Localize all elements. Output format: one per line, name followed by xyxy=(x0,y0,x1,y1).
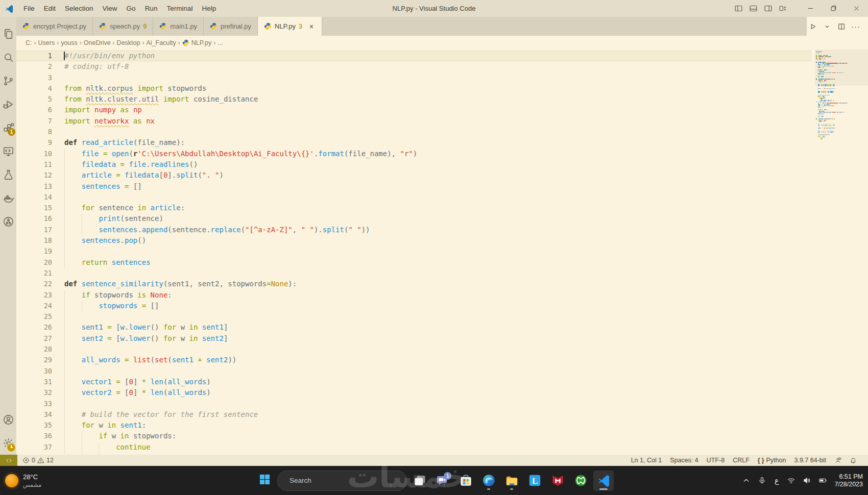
taskbar-vscode[interactable] xyxy=(593,471,614,491)
tab-speech-py[interactable]: speech.py9 xyxy=(93,17,153,36)
code-line[interactable]: 31 vector1 = [0] * len(all_words) xyxy=(16,377,812,387)
layout-panel-icon[interactable] xyxy=(746,2,760,15)
remote-indicator[interactable] xyxy=(0,455,17,466)
tab-nlp-py[interactable]: NLP.py3× xyxy=(258,17,322,36)
code-line[interactable]: 6import numpy as np xyxy=(16,105,812,115)
activity-testing[interactable] xyxy=(0,163,16,186)
code-line[interactable]: 5from nltk.cluster.util import cosine_di… xyxy=(16,94,812,105)
more-actions-button[interactable]: ··· xyxy=(850,20,862,33)
menu-edit[interactable]: Edit xyxy=(39,0,60,17)
status-indentation[interactable]: Spaces: 4 xyxy=(666,457,703,464)
menu-view[interactable]: View xyxy=(98,0,122,17)
taskbar-store[interactable] xyxy=(455,471,476,491)
mic-icon[interactable] xyxy=(758,476,766,485)
code-editor[interactable]: 1#!/usr/bin/env python2# coding: utf-834… xyxy=(16,50,868,455)
taskbar-mcafee[interactable] xyxy=(547,471,568,491)
code-line[interactable]: 25 xyxy=(16,311,812,322)
breadcrumb-item[interactable]: youss xyxy=(61,39,78,46)
layout-sidebar-right-icon[interactable] xyxy=(761,2,775,15)
code-line[interactable]: 27 sent2 = [w.lower() for w in sent2] xyxy=(16,333,812,344)
code-line[interactable]: 36 if w in stopwords: xyxy=(16,431,812,441)
minimap[interactable] xyxy=(816,50,861,140)
activity-extensions[interactable]: 1 xyxy=(0,116,16,139)
activity-source-control[interactable] xyxy=(0,69,16,92)
activity-gitlens[interactable] xyxy=(0,210,16,233)
menu-help[interactable]: Help xyxy=(197,0,221,17)
status-notifications[interactable] xyxy=(846,457,861,464)
breadcrumb-item[interactable]: C: xyxy=(26,39,32,46)
battery-icon[interactable] xyxy=(818,476,827,485)
code-line[interactable]: 28 xyxy=(16,344,812,355)
weather-widget[interactable]: 28°C مشمس xyxy=(5,473,41,488)
code-line[interactable]: 14 xyxy=(16,192,812,203)
code-line[interactable]: 18 sentences.pop() xyxy=(16,235,812,246)
tab-encrypt-project-py[interactable]: encrypt Project.py xyxy=(16,17,93,36)
code-line[interactable]: 23 if stopwords is None: xyxy=(16,290,812,301)
breadcrumb-item[interactable]: Users xyxy=(38,39,55,46)
breadcrumb-item[interactable]: Ai_Faculty xyxy=(146,39,176,46)
close-button[interactable] xyxy=(845,0,868,17)
tab-main1-py[interactable]: main1.py xyxy=(153,17,204,36)
code-line[interactable]: 16 print(sentence) xyxy=(16,213,812,224)
breadcrumb-item[interactable]: ... xyxy=(218,39,223,46)
code-line[interactable]: 13 sentences = [] xyxy=(16,181,812,192)
breadcrumb-item[interactable]: OneDrive xyxy=(84,39,111,46)
speaker-icon[interactable] xyxy=(803,476,811,485)
code-line[interactable]: 35 for w in sent1: xyxy=(16,420,812,431)
code-line[interactable]: 30 xyxy=(16,366,812,377)
menu-run[interactable]: Run xyxy=(140,0,162,17)
code-line[interactable]: 37 continue xyxy=(16,442,812,453)
menu-terminal[interactable]: Terminal xyxy=(162,0,197,17)
taskbar-search[interactable]: Search xyxy=(277,471,407,491)
breadcrumb-item[interactable]: NLP.py xyxy=(182,39,211,46)
layout-customize-icon[interactable] xyxy=(776,2,790,15)
taskbar-l-app[interactable]: L xyxy=(524,471,545,491)
code-line[interactable]: 12 article = filedata[0].split(". ") xyxy=(16,170,812,181)
start-button[interactable] xyxy=(254,471,275,491)
taskbar-task-view[interactable] xyxy=(409,471,430,491)
status-python-interpreter[interactable]: 3.9.7 64-bit xyxy=(790,457,830,464)
problems-indicator[interactable]: 0 12 xyxy=(17,457,59,464)
code-line[interactable]: 4from nltk.corpus import stopwords xyxy=(16,83,812,94)
close-icon[interactable]: × xyxy=(307,22,316,31)
status-encoding[interactable]: UTF-8 xyxy=(703,457,729,464)
code-line[interactable]: 33 xyxy=(16,399,812,409)
code-line[interactable]: 1#!/usr/bin/env python xyxy=(16,51,812,61)
code-line[interactable]: 15 for sentence in article: xyxy=(16,203,812,213)
code-line[interactable]: 24 stopwords = [] xyxy=(16,301,812,311)
code-line[interactable]: 9def read_article(file_name): xyxy=(16,137,812,148)
taskbar-xbox[interactable] xyxy=(570,471,591,491)
code-line[interactable]: 38 vector1[all_words.index(w)] += 1 xyxy=(16,453,812,455)
activity-settings[interactable] xyxy=(0,431,16,455)
code-line[interactable]: 26 sent1 = [w.lower() for w in sent1] xyxy=(16,322,812,333)
chevron-up-icon[interactable] xyxy=(742,476,751,485)
breadcrumb-item[interactable]: Desktop xyxy=(117,39,140,46)
taskbar-file-explorer[interactable] xyxy=(501,471,522,491)
taskbar-edge[interactable] xyxy=(478,471,499,491)
code-line[interactable]: 19 xyxy=(16,246,812,257)
taskbar-clock[interactable]: 6:51 PM 7/28/2023 xyxy=(834,473,863,488)
activity-run-debug[interactable] xyxy=(0,92,16,116)
code-line[interactable]: 32 vector2 = [0] * len(all_words) xyxy=(16,387,812,398)
code-line[interactable]: 17 sentences.append(sentence.replace("[^… xyxy=(16,225,812,235)
activity-search[interactable] xyxy=(0,45,16,69)
activity-explorer[interactable] xyxy=(0,22,16,45)
code-line[interactable]: 2# coding: utf-8 xyxy=(16,61,812,72)
code-line[interactable]: 22def sentence_similarity(sent1, sent2, … xyxy=(16,279,812,289)
code-line[interactable]: 11 filedata = file.readlines() xyxy=(16,159,812,170)
minimize-button[interactable] xyxy=(799,0,822,17)
code-line[interactable]: 8 xyxy=(16,127,812,137)
layout-sidebar-icon[interactable] xyxy=(732,2,745,15)
status-language-mode[interactable]: { }Python xyxy=(754,457,790,464)
activity-remote-explorer[interactable] xyxy=(0,139,16,163)
status-eol[interactable]: CRLF xyxy=(729,457,754,464)
code-line[interactable]: 29 all_words = list(set(sent1 + sent2)) xyxy=(16,355,812,365)
code-line[interactable]: 34 # build the vector for the first sent… xyxy=(16,409,812,420)
code-line[interactable]: 7import networkx as nx xyxy=(16,116,812,127)
status-cursor-position[interactable]: Ln 1, Col 1 xyxy=(627,457,666,464)
status-feedback[interactable] xyxy=(830,457,846,464)
split-editor-button[interactable] xyxy=(835,20,848,33)
code-line[interactable]: 10 file = open(r'C:\Users\Abdullah\Deskt… xyxy=(16,148,812,159)
wifi-icon[interactable] xyxy=(787,476,795,485)
run-button[interactable] xyxy=(807,20,819,33)
